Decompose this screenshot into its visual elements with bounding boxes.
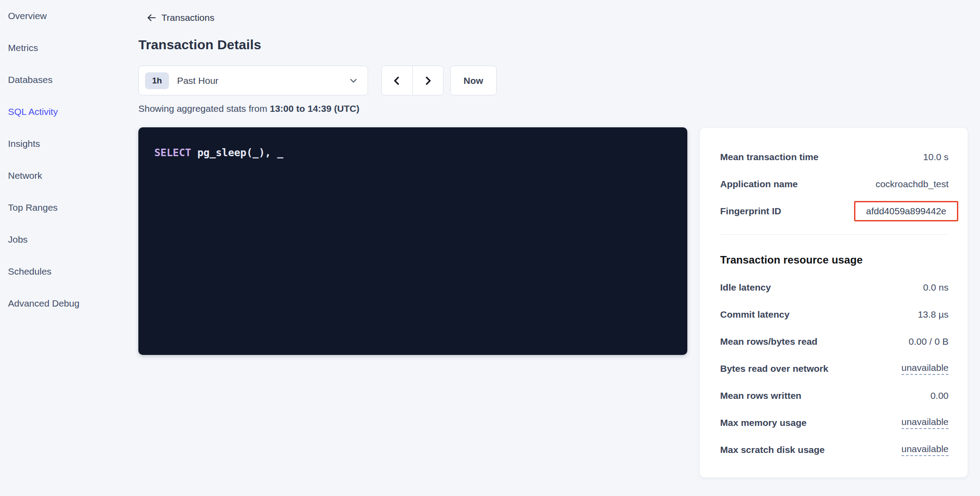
sql-keyword: SELECT [154, 147, 191, 158]
detail-label: Mean transaction time [720, 152, 819, 162]
detail-label: Max memory usage [720, 417, 807, 428]
chevron-down-icon [349, 76, 358, 85]
now-button[interactable]: Now [450, 66, 497, 95]
time-range-dropdown[interactable]: 1h Past Hour [138, 66, 368, 95]
sidebar-item-network[interactable]: Network [0, 160, 133, 192]
resource-usage-section-title: Transaction resource usage [720, 253, 949, 267]
detail-label: Mean rows written [720, 390, 801, 401]
detail-value: 0.00 / 0 B [909, 336, 949, 347]
sql-statement-text: pg_sleep(_), _ [191, 147, 283, 158]
fingerprint-highlight-box: afdd4059a899442e [854, 201, 958, 221]
detail-row-max-scratch-disk-usage: Max scratch disk usage unavailable [720, 436, 949, 463]
aggregated-stats-range: 13:00 to 14:39 (UTC) [270, 103, 360, 114]
sidebar-item-metrics[interactable]: Metrics [0, 32, 133, 64]
detail-row-fingerprint-id: Fingerprint ID afdd4059a899442e [720, 197, 949, 224]
detail-row-commit-latency: Commit latency 13.8 µs [720, 301, 949, 328]
sidebar-item-advanced-debug[interactable]: Advanced Debug [0, 287, 133, 319]
detail-label: Fingerprint ID [720, 206, 781, 217]
detail-value: 0.00 [930, 390, 949, 401]
card-divider [720, 234, 949, 235]
time-nav-group [381, 66, 443, 95]
detail-row-application-name: Application name cockroachdb_test [720, 170, 949, 197]
detail-label: Mean rows/bytes read [720, 336, 817, 347]
detail-value: 13.8 µs [918, 309, 949, 320]
time-range-badge: 1h [145, 72, 169, 89]
chevron-left-icon [392, 75, 402, 86]
detail-row-idle-latency: Idle latency 0.0 ns [720, 274, 949, 301]
breadcrumb-back-link[interactable]: Transactions [147, 12, 214, 23]
aggregated-stats-text: Showing aggregated stats from 13:00 to 1… [138, 103, 359, 114]
unavailable-value-tooltip-trigger[interactable]: unavailable [902, 362, 949, 375]
aggregated-stats-prefix: Showing aggregated stats from [138, 103, 270, 114]
detail-row-bytes-read-over-network: Bytes read over network unavailable [720, 355, 949, 382]
sidebar-item-top-ranges[interactable]: Top Ranges [0, 192, 133, 224]
sidebar-item-insights[interactable]: Insights [0, 128, 133, 160]
sidebar-item-schedules[interactable]: Schedules [0, 256, 133, 287]
detail-value: 0.0 ns [923, 282, 949, 293]
detail-row-mean-rows-written: Mean rows written 0.00 [720, 382, 949, 409]
next-time-button[interactable] [412, 66, 443, 95]
prev-time-button[interactable] [382, 66, 412, 95]
back-arrow-icon [147, 13, 157, 23]
detail-row-max-memory-usage: Max memory usage unavailable [720, 409, 949, 436]
detail-row-mean-rows-bytes-read: Mean rows/bytes read 0.00 / 0 B [720, 328, 949, 355]
detail-label: Commit latency [720, 309, 789, 320]
detail-label: Idle latency [720, 282, 771, 293]
time-range-selected-value: Past Hour [177, 75, 349, 86]
breadcrumb-label: Transactions [161, 12, 214, 23]
sidebar-item-jobs[interactable]: Jobs [0, 224, 133, 256]
sidebar: Overview Metrics Databases SQL Activity … [0, 0, 133, 319]
sql-statement-box: SELECT pg_sleep(_), _ [138, 127, 687, 355]
page-title: Transaction Details [138, 37, 261, 52]
app-root: Overview Metrics Databases SQL Activity … [0, 0, 980, 496]
unavailable-value-tooltip-trigger[interactable]: unavailable [902, 417, 949, 429]
transaction-details-card: Mean transaction time 10.0 s Application… [699, 127, 968, 478]
detail-value: cockroachdb_test [875, 179, 949, 189]
sidebar-item-sql-activity[interactable]: SQL Activity [0, 96, 133, 128]
detail-label: Bytes read over network [720, 363, 828, 374]
unavailable-value-tooltip-trigger[interactable]: unavailable [902, 444, 949, 456]
detail-value: 10.0 s [923, 152, 949, 162]
detail-row-mean-transaction-time: Mean transaction time 10.0 s [720, 143, 949, 170]
chevron-right-icon [423, 75, 433, 86]
sidebar-item-databases[interactable]: Databases [0, 64, 133, 96]
detail-label: Max scratch disk usage [720, 445, 825, 455]
sidebar-item-overview[interactable]: Overview [0, 0, 133, 32]
detail-label: Application name [720, 179, 798, 189]
